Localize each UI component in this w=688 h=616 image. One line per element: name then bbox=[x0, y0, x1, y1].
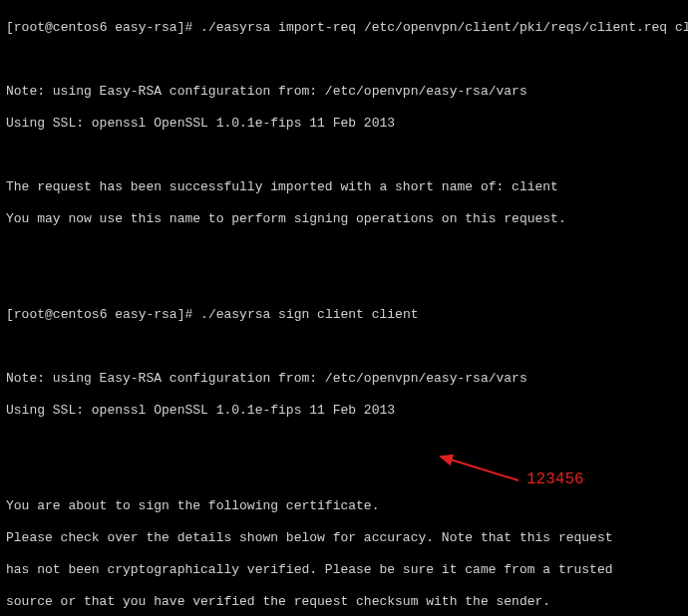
bracket-close: ]# bbox=[177, 20, 200, 35]
blank-line bbox=[6, 275, 682, 291]
terminal-window[interactable]: [root@centos6 easy-rsa]# ./easyrsa impor… bbox=[0, 0, 688, 616]
command-2: ./easyrsa sign client client bbox=[200, 307, 418, 322]
blank-line bbox=[6, 148, 682, 163]
bracket-close: ]# bbox=[177, 307, 200, 322]
import-success-1: The request has been successfully import… bbox=[6, 179, 682, 195]
note-line: Note: using Easy-RSA configuration from:… bbox=[6, 371, 682, 387]
blank-line bbox=[6, 52, 682, 68]
blank-line bbox=[6, 339, 682, 355]
prompt-dir: easy-rsa bbox=[107, 20, 176, 35]
prompt-host: centos6 bbox=[53, 20, 108, 35]
import-success-2: You may now use this name to perform sig… bbox=[6, 211, 682, 227]
blank-line bbox=[6, 243, 682, 259]
prompt-user: root bbox=[14, 20, 45, 35]
prompt-user: root bbox=[14, 307, 45, 322]
prompt-at: @ bbox=[45, 20, 53, 35]
annotation-password-label: 123456 bbox=[526, 471, 584, 487]
ssl-line: Using SSL: openssl OpenSSL 1.0.1e-fips 1… bbox=[6, 403, 682, 419]
ssl-line: Using SSL: openssl OpenSSL 1.0.1e-fips 1… bbox=[6, 116, 682, 132]
command-1: ./easyrsa import-req /etc/openvpn/client… bbox=[200, 20, 688, 35]
sign-intro-3: has not been cryptographically verified.… bbox=[6, 562, 682, 578]
note-line: Note: using Easy-RSA configuration from:… bbox=[6, 84, 682, 100]
prompt-dir: easy-rsa bbox=[107, 307, 176, 322]
sign-intro-2: Please check over the details shown belo… bbox=[6, 530, 682, 546]
bracket-open: [ bbox=[6, 20, 14, 35]
blank-line bbox=[6, 435, 682, 451]
prompt-at: @ bbox=[45, 307, 53, 322]
sign-intro-1: You are about to sign the following cert… bbox=[6, 498, 682, 514]
prompt-host: centos6 bbox=[53, 307, 108, 322]
bracket-open: [ bbox=[6, 307, 14, 322]
sign-intro-4: source or that you have verified the req… bbox=[6, 594, 682, 610]
prompt-line-2: [root@centos6 easy-rsa]# ./easyrsa sign … bbox=[6, 307, 682, 323]
prompt-line-1: [root@centos6 easy-rsa]# ./easyrsa impor… bbox=[6, 20, 682, 36]
